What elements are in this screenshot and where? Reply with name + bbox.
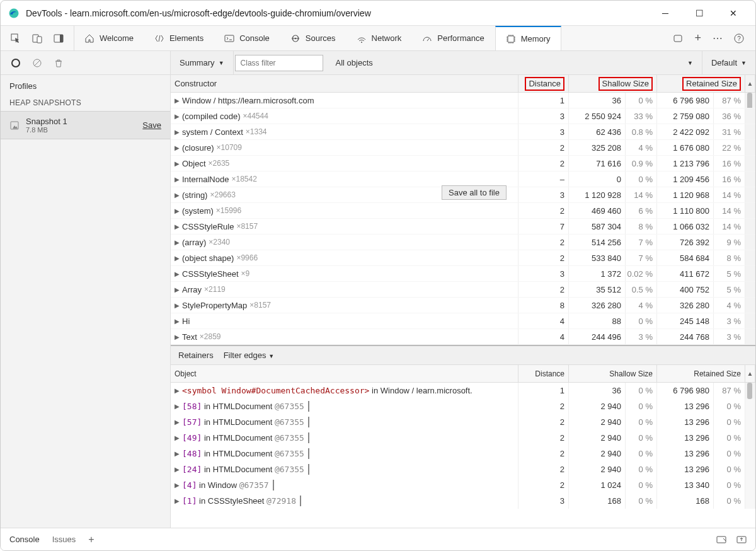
expand-icon[interactable]: ▶ [175, 419, 180, 426]
expand-icon[interactable]: ▶ [175, 466, 180, 473]
constructor-row[interactable]: ▶CSSStyleRule×8157 7 587 304 8 % 1 066 0… [171, 219, 755, 235]
constructor-row[interactable]: ▶(closure)×10709 2 325 208 4 % 1 676 080… [171, 140, 755, 156]
constructor-row[interactable]: ▶(object shape)×9966 2 533 840 7 % 584 6… [171, 250, 755, 266]
snapshot-item[interactable]: Snapshot 1 7.8 MB Save [1, 111, 170, 139]
expand-icon[interactable]: ▶ [175, 192, 180, 199]
tab-performance[interactable]: Performance [412, 26, 495, 50]
constructor-row[interactable]: ▶Hi 4 88 0 % 245 148 3 % [171, 313, 755, 329]
expand-icon[interactable]: ▶ [175, 113, 180, 120]
expand-icon[interactable]: ▶ [175, 403, 180, 410]
col-retained[interactable]: Retained Size [657, 75, 745, 92]
sort-select[interactable]: Default▼ [702, 51, 755, 74]
constructor-row[interactable]: ▶Array×2119 2 35 512 0.5 % 400 752 5 % [171, 282, 755, 298]
snapshot-save-link[interactable]: Save [142, 120, 161, 130]
retainer-row[interactable]: ▶<symbol Window#DocumentCachedAccessor> … [171, 383, 755, 398]
expand-icon[interactable]: ▶ [175, 207, 180, 214]
tab-console[interactable]: Console [214, 26, 280, 50]
tab-network[interactable]: Network [346, 26, 413, 50]
expand-icon[interactable]: ▶ [175, 497, 180, 504]
constructor-row[interactable]: ▶(compiled code)×44544 3 2 550 924 33 % … [171, 108, 755, 124]
col-distance[interactable]: Distance [518, 75, 569, 92]
drawer-errors-icon[interactable] [716, 535, 726, 545]
col-r-shallow[interactable]: Shallow Size [569, 365, 657, 382]
drawer-console-tab[interactable]: Console [9, 535, 40, 544]
inspect-icon[interactable] [11, 33, 21, 44]
clear-icon[interactable] [32, 58, 42, 68]
objects-select[interactable]: All objects▼ [327, 51, 702, 74]
constructor-count: ×2340 [209, 238, 230, 246]
scrollbar-thumb[interactable] [745, 383, 755, 398]
expand-icon[interactable]: ▶ [175, 129, 180, 136]
expand-icon[interactable]: ▶ [175, 160, 180, 167]
constructor-name: CSSStyleSheet [182, 269, 239, 279]
scroll-up-icon[interactable]: ▲ [745, 75, 755, 92]
help-icon[interactable]: ? [734, 33, 744, 44]
col-object[interactable]: Object [171, 365, 518, 382]
retainer-row[interactable]: ▶[58] in HTMLDocument @67355 2 2 940 0 %… [171, 398, 755, 414]
class-filter-input[interactable] [235, 55, 323, 71]
record-icon[interactable] [11, 58, 21, 68]
expand-icon[interactable]: ▶ [175, 482, 180, 489]
constructor-row[interactable]: ▶StylePropertyMap×8157 8 326 280 4 % 326… [171, 298, 755, 313]
expand-icon[interactable]: ▶ [175, 302, 180, 309]
retainer-row[interactable]: ▶[57] in HTMLDocument @67355 2 2 940 0 %… [171, 414, 755, 430]
tab-memory[interactable]: Memory [495, 26, 561, 50]
retainer-row[interactable]: ▶[4] in Window @67357 2 1 024 0 % 13 340… [171, 477, 755, 493]
scrollbar-thumb[interactable] [745, 93, 755, 108]
col-r-retained[interactable]: Retained Size [657, 365, 745, 382]
drawer-issues-tab[interactable]: Issues [52, 535, 76, 544]
expand-icon[interactable]: ▶ [175, 223, 180, 230]
constructor-row[interactable]: ▶(system)×15996 2 469 460 6 % 1 110 800 … [171, 203, 755, 219]
maximize-button[interactable]: ☐ [690, 8, 709, 18]
col-constructor[interactable]: Constructor [171, 75, 518, 92]
constructor-row[interactable]: ▶Text×2859 4 244 496 3 % 244 768 3 % [171, 329, 755, 345]
constructor-row[interactable]: ▶CSSStyleSheet×9 3 1 372 0.02 % 411 672 … [171, 266, 755, 282]
shallow-pct-cell: 0 % [626, 313, 657, 328]
minimize-button[interactable]: ─ [656, 8, 675, 18]
tab-elements[interactable]: Elements [144, 26, 214, 50]
expand-icon[interactable]: ▶ [175, 318, 180, 325]
retained-pct-cell: 3 % [714, 329, 745, 344]
more-icon[interactable]: ⋯ [713, 32, 723, 44]
device-toolbar-icon[interactable] [32, 33, 42, 44]
tab-label: Sources [306, 33, 336, 43]
retained-cell: 245 148 [657, 313, 714, 328]
expand-icon[interactable]: ▶ [175, 434, 180, 441]
constructor-row[interactable]: ▶Object×2635 2 71 616 0.9 % 1 213 796 16… [171, 156, 755, 171]
retainer-row[interactable]: ▶[24] in HTMLDocument @67355 2 2 940 0 %… [171, 461, 755, 477]
profiles-label: Profiles [1, 75, 170, 95]
col-shallow[interactable]: Shallow Size [569, 75, 657, 92]
constructor-row[interactable]: ▶system / Context×1334 3 62 436 0.8 % 2 … [171, 124, 755, 140]
tab-sources[interactable]: Sources [280, 26, 346, 50]
close-button[interactable]: ✕ [724, 8, 743, 18]
expand-icon[interactable]: ▶ [175, 286, 180, 293]
view-select-summary[interactable]: Summary▼ [171, 51, 234, 74]
scroll-up-icon[interactable]: ▲ [745, 365, 755, 382]
expand-icon[interactable]: ▶ [175, 97, 180, 104]
add-drawer-tab-icon[interactable]: + [88, 534, 94, 545]
tab-welcome[interactable]: Welcome [74, 26, 144, 50]
delete-icon[interactable] [54, 58, 64, 68]
constructor-row[interactable]: ▶(array)×2340 2 514 256 7 % 726 392 9 % [171, 235, 755, 250]
col-r-distance[interactable]: Distance [518, 365, 569, 382]
expand-icon[interactable]: ▶ [175, 255, 180, 262]
constructor-count: ×9 [241, 269, 250, 278]
svg-rect-11 [674, 35, 682, 42]
retainer-row[interactable]: ▶[49] in HTMLDocument @67355 2 2 940 0 %… [171, 430, 755, 446]
filter-edges-select[interactable]: Filter edges ▼ [224, 351, 274, 360]
expand-icon[interactable]: ▶ [175, 334, 180, 340]
expand-icon[interactable]: ▶ [175, 450, 180, 457]
retained-pct-cell: 0 % [714, 461, 745, 477]
expand-icon[interactable]: ▶ [175, 387, 180, 394]
expand-icon[interactable]: ▶ [175, 270, 180, 277]
expand-icon[interactable]: ▶ [175, 176, 180, 183]
dock-side-icon[interactable] [54, 33, 64, 44]
expand-icon[interactable]: ▶ [175, 239, 180, 246]
drawer-expand-icon[interactable] [736, 535, 747, 545]
retainer-row[interactable]: ▶[1] in CSSStyleSheet @72918 3 168 0 % 1… [171, 493, 755, 509]
retainer-row[interactable]: ▶[48] in HTMLDocument @67355 2 2 940 0 %… [171, 446, 755, 461]
expand-icon[interactable]: ▶ [175, 144, 180, 151]
add-tab-icon[interactable]: + [694, 32, 701, 45]
constructor-row[interactable]: ▶Window / https://learn.microsoft.com 1 … [171, 93, 755, 108]
overflow-tab-icon[interactable] [673, 33, 683, 44]
